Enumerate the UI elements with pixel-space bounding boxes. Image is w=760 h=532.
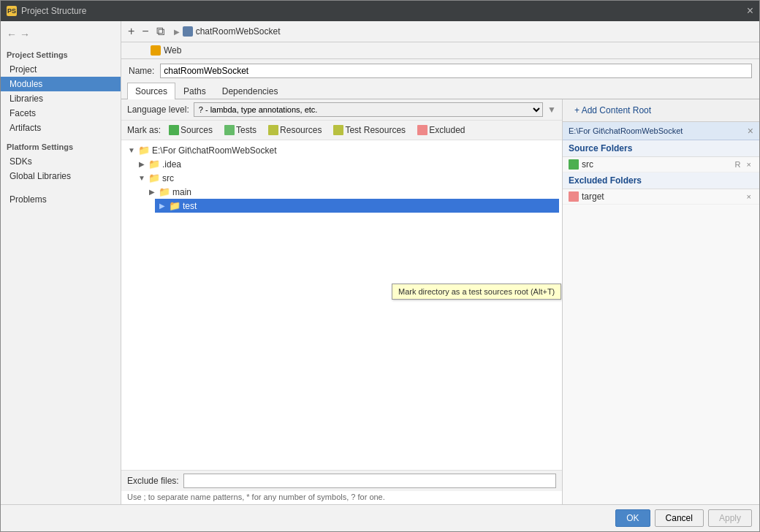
- mark-sources-button[interactable]: Sources: [165, 123, 216, 137]
- file-tree-panel: Mark directory as a test sources root (A…: [121, 140, 562, 470]
- right-panel: + − ⧉ ▶ chatRoomWebSocket Web Name:: [121, 21, 759, 504]
- ok-button[interactable]: OK: [615, 509, 650, 527]
- sidebar-item-libraries[interactable]: Libraries: [1, 91, 121, 106]
- test-folder-label: test: [183, 201, 197, 211]
- module-web-label: Web: [164, 45, 181, 56]
- sidebar-item-project[interactable]: Project: [1, 62, 121, 77]
- exclude-hint: Use ; to separate name patterns, * for a…: [121, 491, 562, 504]
- src-folder-label: src: [162, 173, 174, 183]
- module-toolbar: + − ⧉ ▶ chatRoomWebSocket: [121, 21, 759, 42]
- source-folders-header: Source Folders: [563, 140, 759, 157]
- mark-as-label: Mark as:: [127, 125, 161, 135]
- back-button[interactable]: ←: [7, 28, 17, 40]
- sidebar-item-artifacts[interactable]: Artifacts: [1, 121, 121, 135]
- module-name: chatRoomWebSocket: [196, 26, 281, 37]
- module-tree-root[interactable]: ▶ chatRoomWebSocket: [170, 25, 285, 38]
- test-resources-folder-icon: [333, 125, 343, 135]
- sidebar: ← → Project Settings Project Modules Lib…: [1, 21, 121, 504]
- project-structure-dialog: PS Project Structure × ← → Project Setti…: [0, 0, 760, 532]
- web-icon: [151, 45, 161, 56]
- lang-level-select[interactable]: ? - lambda, type annotations, etc.: [194, 102, 543, 117]
- src-source-remove-button[interactable]: ×: [745, 159, 753, 170]
- src-source-entry: src R ×: [563, 157, 759, 172]
- module-icon: [183, 26, 193, 37]
- target-excluded-entry: target ×: [563, 189, 759, 205]
- mark-as-row: Mark as: Sources Tests Resources: [121, 121, 562, 140]
- main-folder-row[interactable]: ▶ 📁 main: [145, 185, 559, 199]
- src-source-edit-button[interactable]: R: [733, 159, 743, 170]
- mark-resources-button[interactable]: Resources: [265, 123, 325, 137]
- mark-tests-button[interactable]: Tests: [221, 123, 260, 137]
- target-excluded-left: target: [569, 191, 604, 202]
- lang-level-label: Language level:: [127, 104, 189, 115]
- remove-module-button[interactable]: −: [140, 24, 151, 39]
- tab-sources[interactable]: Sources: [127, 83, 175, 99]
- add-module-button[interactable]: +: [126, 24, 137, 39]
- sidebar-item-global-libraries[interactable]: Global Libraries: [1, 169, 121, 183]
- sources-folder-icon: [169, 125, 179, 135]
- add-content-root-button[interactable]: + Add Content Root: [569, 102, 657, 118]
- tree-root[interactable]: ▼ 📁 E:\For Git\chatRoomWebSocket: [124, 143, 559, 157]
- test-folder-row[interactable]: ▶ 📁 test: [155, 199, 559, 213]
- project-settings-section: Project Settings: [1, 48, 121, 62]
- main-content: ← → Project Settings Project Modules Lib…: [1, 21, 759, 504]
- sources-panel: Language level: ? - lambda, type annotat…: [121, 99, 562, 504]
- sidebar-item-problems[interactable]: Problems: [1, 192, 121, 207]
- sidebar-item-modules[interactable]: Modules: [1, 77, 121, 91]
- root-folder-label: E:\For Git\chatRoomWebSocket: [152, 145, 277, 156]
- content-root-header: E:\For Git\chatRoomWebSocket ×: [563, 122, 759, 140]
- idea-folder-row[interactable]: ▶ 📁 .idea: [134, 157, 559, 171]
- exclude-files-input[interactable]: [183, 474, 556, 488]
- resources-folder-icon: [268, 125, 278, 135]
- add-content-root-row: + Add Content Root: [563, 99, 759, 122]
- target-excluded-remove-button[interactable]: ×: [745, 191, 753, 202]
- title-bar-left: PS Project Structure: [7, 6, 86, 16]
- dialog-title: Project Structure: [21, 6, 86, 16]
- tab-paths[interactable]: Paths: [175, 83, 214, 99]
- exclude-files-row: Exclude files:: [121, 470, 562, 491]
- main-chevron-icon: ▶: [148, 188, 156, 196]
- mark-test-resources-button[interactable]: Test Resources: [330, 123, 409, 137]
- mark-sources-label: Sources: [180, 125, 213, 135]
- root-chevron-icon: ▼: [127, 146, 136, 154]
- src-source-icon: [569, 159, 579, 170]
- content-root-path: E:\For Git\chatRoomWebSocket: [569, 126, 683, 135]
- module-web-item[interactable]: Web: [121, 42, 759, 59]
- sidebar-item-facets[interactable]: Facets: [1, 106, 121, 121]
- src-folder-row[interactable]: ▼ 📁 src: [134, 171, 559, 185]
- mark-excluded-button[interactable]: Excluded: [414, 123, 468, 137]
- forward-button[interactable]: →: [20, 28, 30, 40]
- sidebar-item-sdks[interactable]: SDKs: [1, 154, 121, 169]
- src-source-label: src: [582, 159, 593, 170]
- apply-button[interactable]: Apply: [708, 509, 752, 527]
- copy-module-button[interactable]: ⧉: [154, 24, 167, 39]
- src-source-actions: R ×: [733, 159, 753, 170]
- mark-resources-label: Resources: [280, 125, 322, 135]
- module-expand-icon: ▶: [174, 28, 180, 36]
- root-folder-icon: 📁: [138, 145, 150, 156]
- name-input[interactable]: [160, 64, 752, 78]
- idea-folder-icon: 📁: [148, 159, 160, 170]
- content-root-panel: + Add Content Root E:\For Git\chatRoomWe…: [562, 99, 759, 504]
- app-icon: PS: [7, 6, 17, 16]
- idea-chevron-icon: ▶: [137, 160, 146, 168]
- mark-test-resources-label: Test Resources: [345, 125, 406, 135]
- src-folder-icon: 📁: [148, 172, 160, 183]
- target-excluded-label: target: [582, 191, 604, 202]
- tests-folder-icon: [224, 125, 235, 135]
- exclude-files-label: Exclude files:: [127, 476, 179, 486]
- excluded-folder-icon: [417, 125, 428, 135]
- excluded-folders-header: Excluded Folders: [563, 172, 759, 189]
- title-bar: PS Project Structure ×: [1, 1, 759, 21]
- idea-folder-label: .idea: [162, 159, 181, 170]
- tab-dependencies[interactable]: Dependencies: [214, 83, 286, 99]
- src-source-left: src: [569, 159, 593, 170]
- lang-level-row: Language level: ? - lambda, type annotat…: [121, 99, 562, 121]
- footer: OK Cancel Apply: [1, 504, 759, 531]
- content-root-close-button[interactable]: ×: [748, 125, 753, 137]
- close-button[interactable]: ×: [747, 4, 753, 18]
- target-excluded-actions: ×: [745, 191, 753, 202]
- cancel-button[interactable]: Cancel: [655, 509, 704, 527]
- name-label: Name:: [129, 66, 154, 76]
- mark-excluded-label: Excluded: [429, 125, 465, 135]
